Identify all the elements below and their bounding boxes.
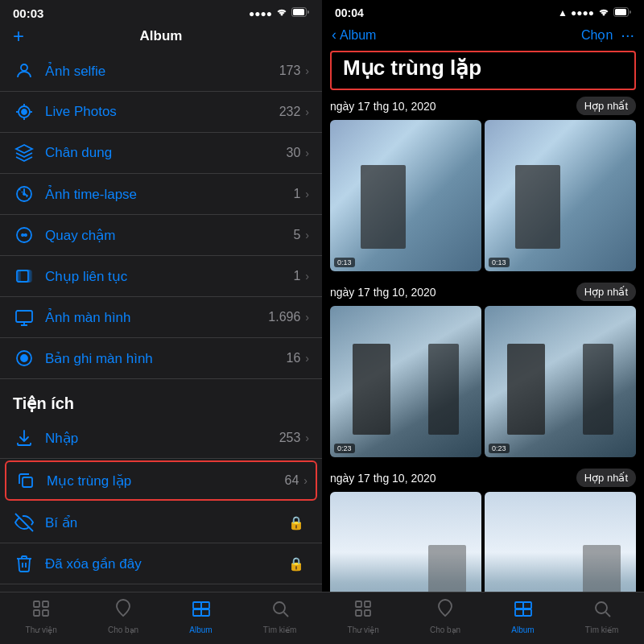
album-label-anh-selfie: Ảnh selfie — [45, 63, 279, 80]
tab-label-cho-ban-right: Cho bạn — [430, 625, 460, 634]
svg-rect-24 — [193, 602, 201, 609]
svg-point-2 — [21, 64, 27, 71]
album-item-muc-trung-lap[interactable]: Mục trùng lặp 64 › — [5, 460, 317, 501]
dup-photo-2a[interactable]: 0:23 — [330, 306, 481, 457]
svg-rect-20 — [34, 601, 39, 607]
svg-rect-39 — [523, 609, 531, 616]
svg-rect-1 — [293, 9, 304, 15]
svg-rect-23 — [43, 610, 48, 616]
screenshot-icon — [13, 306, 35, 328]
album-item-quay-cham[interactable]: Quay chậm 5 › — [0, 215, 322, 256]
merge-button-2[interactable]: Hợp nhất — [576, 283, 636, 301]
dup-photo-1b[interactable]: 0:13 — [485, 120, 636, 271]
more-button[interactable]: ··· — [621, 26, 634, 44]
album-item-live-photos[interactable]: Live Photos 232 › — [0, 92, 322, 133]
album-label-chup-lien-tuc: Chụp liên tục — [45, 268, 293, 285]
left-page-title: Album — [140, 28, 183, 44]
album-item-nhap[interactable]: Nhập 253 › — [0, 418, 322, 459]
chevron-right-icon: › — [305, 229, 309, 242]
dup-photos-1: 0:13 0:13 — [330, 120, 636, 271]
album-item-chup-lien-tuc[interactable]: Chụp liên tục 1 › — [0, 256, 322, 297]
album-item-chan-dung[interactable]: Chân dung 30 › — [0, 133, 322, 174]
svg-rect-37 — [523, 602, 531, 609]
slowmo-icon — [13, 224, 35, 246]
svg-rect-26 — [193, 609, 201, 616]
right-tab-bar: Thư viện Cho bạn Album — [322, 592, 644, 644]
album-item-anh-man-hinh[interactable]: Ảnh màn hình 1.696 › — [0, 297, 322, 338]
dup-group-2: ngày 17 thg 10, 2020 Hợp nhất 0:23 — [330, 283, 636, 457]
album-item-bi-an[interactable]: Bí ẩn 🔒 — [0, 502, 322, 543]
chevron-right-icon: › — [305, 352, 309, 365]
album-count-ban-ghi-man-hinh: 16 — [287, 351, 301, 365]
right-status-icons: ▲ ●●●● — [558, 7, 631, 19]
album-label-bi-an: Bí ẩn — [45, 514, 283, 531]
svg-rect-32 — [356, 601, 361, 607]
back-label: Album — [340, 28, 376, 43]
battery-icon — [291, 7, 309, 19]
tab-cho-ban-right[interactable]: Cho bạn — [430, 599, 460, 634]
merge-button-3[interactable]: Hợp nhất — [576, 469, 636, 487]
dup-group-header-3: ngày 17 thg 10, 2020 Hợp nhất — [330, 469, 636, 487]
cube-icon — [13, 142, 35, 164]
left-tab-bar: Thư viện Cho bạn Album — [0, 592, 322, 644]
right-status-bar: 00:04 ▲ ●●●● — [322, 0, 644, 23]
right-panel: 00:04 ▲ ●●●● ‹ Album Chọn — [322, 0, 644, 644]
album-icon — [192, 599, 211, 623]
dup-group-date-3: ngày 17 thg 10, 2020 — [330, 472, 436, 485]
chevron-right-icon: › — [305, 311, 309, 324]
tab-tim-kiem-right[interactable]: Tìm kiếm — [585, 599, 619, 634]
album-item-ban-ghi-man-hinh[interactable]: Bản ghi màn hình 16 › — [0, 338, 322, 379]
tab-album-right[interactable]: Album — [511, 599, 534, 634]
dup-photo-2b[interactable]: 0:23 — [485, 306, 636, 457]
right-header-actions: Chọn ··· — [581, 26, 634, 44]
album-icon — [514, 599, 533, 623]
tab-tim-kiem-left[interactable]: Tìm kiếm — [263, 599, 297, 634]
dup-photo-1a[interactable]: 0:13 — [330, 120, 481, 271]
tab-label-album-right: Album — [511, 625, 534, 634]
left-status-bar: 00:03 ●●●● — [0, 0, 322, 23]
left-time: 00:03 — [13, 6, 43, 20]
album-list: Ảnh selfie 173 › Live Photos 232 › — [0, 51, 322, 592]
album-item-anh-time-lapse[interactable]: Ảnh time-lapse 1 › — [0, 174, 322, 215]
svg-point-3 — [22, 109, 27, 114]
svg-rect-21 — [43, 601, 48, 607]
dup-group-date-1: ngày 17 thg 10, 2020 — [330, 100, 436, 113]
svg-rect-35 — [365, 610, 370, 616]
dup-photos-3: 1,7 MB 1,7 MB — [330, 492, 636, 592]
library-icon — [353, 599, 373, 623]
svg-point-17 — [21, 355, 27, 361]
chevron-right-icon: › — [305, 64, 309, 77]
tab-label-thu-vien-left: Thư viện — [26, 625, 57, 634]
album-item-anh-selfie[interactable]: Ảnh selfie 173 › — [0, 51, 322, 92]
album-item-da-xoa-gan-day[interactable]: Đã xóa gần đây 🔒 — [0, 543, 322, 584]
svg-line-29 — [283, 613, 288, 617]
tab-album-left[interactable]: Album — [189, 599, 212, 634]
svg-point-40 — [596, 602, 607, 613]
back-button[interactable]: ‹ Album — [332, 27, 376, 43]
library-icon — [31, 599, 51, 623]
photo-thumbnail-3b — [485, 492, 636, 592]
lock-icon: 🔒 — [288, 515, 304, 530]
tab-label-album-left: Album — [189, 625, 212, 634]
svg-rect-31 — [615, 9, 626, 15]
add-album-button[interactable]: + — [13, 25, 24, 47]
album-label-anh-time-lapse: Ảnh time-lapse — [45, 186, 293, 203]
merge-button-1[interactable]: Hợp nhất — [576, 97, 636, 115]
album-count-muc-trung-lap: 64 — [285, 473, 299, 488]
album-label-chan-dung: Chân dung — [45, 145, 287, 161]
svg-rect-36 — [515, 602, 523, 609]
photo-timestamp-2b: 0:23 — [489, 444, 510, 453]
photo-thumbnail-3a — [330, 492, 481, 592]
import-icon — [13, 427, 35, 449]
svg-rect-38 — [515, 609, 523, 616]
duplicates-scroll[interactable]: ngày 17 thg 10, 2020 Hợp nhất 0:13 0:13 … — [322, 97, 644, 592]
select-button[interactable]: Chọn — [581, 27, 613, 43]
for-you-icon — [114, 599, 133, 623]
dup-photo-3a[interactable]: 1,7 MB — [330, 492, 481, 592]
tab-thu-vien-left[interactable]: Thư viện — [26, 599, 57, 634]
tab-thu-vien-right[interactable]: Thư viện — [348, 599, 379, 634]
chevron-right-icon: › — [305, 105, 309, 118]
signal-icon: ●●●● — [571, 7, 594, 19]
dup-photo-3b[interactable]: 1,7 MB — [485, 492, 636, 592]
tab-cho-ban-left[interactable]: Cho bạn — [108, 599, 138, 634]
